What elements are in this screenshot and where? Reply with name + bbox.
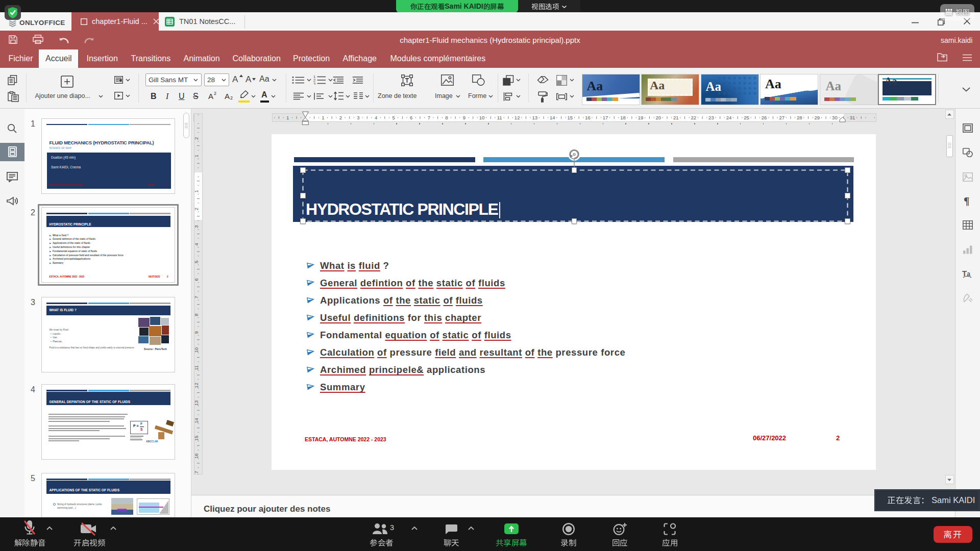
- svg-text:17: 17: [194, 471, 199, 474]
- svg-text:1: 1: [194, 155, 199, 157]
- svg-text:12: 12: [514, 115, 520, 120]
- svg-text:1: 1: [194, 190, 199, 192]
- svg-text:9: 9: [463, 115, 465, 120]
- svg-text:20: 20: [655, 115, 661, 120]
- svg-text:2: 2: [194, 208, 199, 210]
- svg-text:2: 2: [339, 115, 342, 120]
- svg-text:15: 15: [568, 115, 573, 120]
- svg-text:24: 24: [726, 115, 732, 120]
- svg-text:1: 1: [322, 115, 324, 120]
- svg-text:3: 3: [194, 226, 199, 228]
- svg-text:14: 14: [550, 115, 555, 120]
- svg-text:7: 7: [194, 296, 199, 298]
- svg-text:10: 10: [194, 347, 199, 353]
- svg-text:13: 13: [532, 115, 537, 120]
- svg-text:16: 16: [194, 453, 199, 459]
- svg-text:15: 15: [194, 436, 199, 441]
- svg-text:6: 6: [410, 115, 412, 120]
- svg-text:18: 18: [620, 115, 626, 120]
- svg-text:6: 6: [194, 278, 199, 281]
- svg-text:4: 4: [194, 243, 199, 245]
- svg-text:8: 8: [194, 313, 199, 316]
- svg-text:5: 5: [194, 261, 199, 263]
- svg-text:3: 3: [313, 82, 315, 85]
- svg-text:11: 11: [497, 115, 502, 120]
- svg-text:19: 19: [638, 115, 644, 120]
- svg-text:26: 26: [762, 115, 767, 120]
- svg-text:11: 11: [194, 365, 199, 370]
- svg-text:25: 25: [744, 115, 749, 120]
- svg-text:31: 31: [850, 115, 855, 120]
- svg-text:28: 28: [797, 115, 802, 120]
- svg-text:2: 2: [194, 137, 199, 140]
- svg-text:10: 10: [479, 115, 485, 120]
- svg-text:5: 5: [393, 115, 395, 120]
- svg-text:23: 23: [708, 115, 714, 120]
- svg-text:30: 30: [832, 115, 838, 120]
- svg-text:13: 13: [194, 400, 199, 406]
- svg-text:9: 9: [194, 331, 199, 334]
- svg-text:21: 21: [673, 115, 679, 120]
- svg-text:8: 8: [445, 115, 448, 120]
- svg-text:4: 4: [375, 115, 377, 120]
- svg-text:29: 29: [815, 115, 820, 120]
- svg-text:3: 3: [357, 115, 359, 120]
- svg-text:7: 7: [428, 115, 430, 120]
- svg-text:22: 22: [691, 115, 697, 120]
- svg-text:14: 14: [194, 418, 199, 423]
- svg-text:1: 1: [286, 115, 289, 120]
- svg-text:16: 16: [585, 115, 591, 120]
- svg-text:27: 27: [779, 115, 785, 120]
- svg-text:12: 12: [194, 383, 199, 388]
- svg-text:17: 17: [603, 115, 608, 120]
